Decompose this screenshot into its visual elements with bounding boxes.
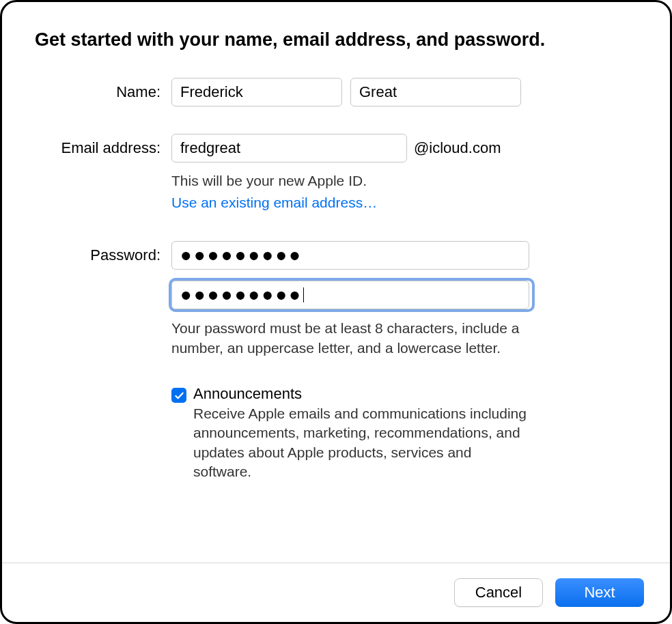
announcements-title: Announcements <box>193 385 531 403</box>
checkmark-icon <box>174 391 184 401</box>
announcements-checkbox[interactable] <box>171 388 186 403</box>
email-label: Email address: <box>35 134 171 157</box>
password-masked-value: ●●●●●●●●● <box>180 246 303 265</box>
password-helper-text: Your password must be at least 8 charact… <box>171 319 527 358</box>
first-name-input[interactable] <box>171 78 342 107</box>
dialog-footer: Cancel Next <box>2 563 670 622</box>
password-input[interactable]: ●●●●●●●●● <box>171 241 529 270</box>
cancel-button[interactable]: Cancel <box>454 578 543 607</box>
text-cursor <box>303 287 304 302</box>
password-confirm-input[interactable]: ●●●●●●●●● <box>171 281 529 309</box>
email-helper-text: This will be your new Apple ID. <box>171 171 637 190</box>
announcements-description: Receive Apple emails and communications … <box>193 404 531 481</box>
announcements-row: Announcements Receive Apple emails and c… <box>35 385 637 481</box>
name-label: Name: <box>35 78 171 101</box>
signup-dialog: Get started with your name, email addres… <box>0 0 672 624</box>
email-domain-suffix: @icloud.com <box>414 139 501 157</box>
dialog-content: Get started with your name, email addres… <box>2 2 670 563</box>
password-label: Password: <box>35 241 171 264</box>
email-row: Email address: @icloud.com This will be … <box>35 134 637 234</box>
use-existing-email-link[interactable]: Use an existing email address… <box>171 195 377 211</box>
email-input[interactable] <box>171 134 407 162</box>
name-row: Name: <box>35 78 637 107</box>
password-row: Password: ●●●●●●●●● ●●●●●●●●● Your passw… <box>35 241 637 358</box>
password-confirm-masked-value: ●●●●●●●●● <box>180 285 303 304</box>
next-button[interactable]: Next <box>555 578 644 607</box>
last-name-input[interactable] <box>350 78 521 107</box>
dialog-title: Get started with your name, email addres… <box>35 29 637 51</box>
